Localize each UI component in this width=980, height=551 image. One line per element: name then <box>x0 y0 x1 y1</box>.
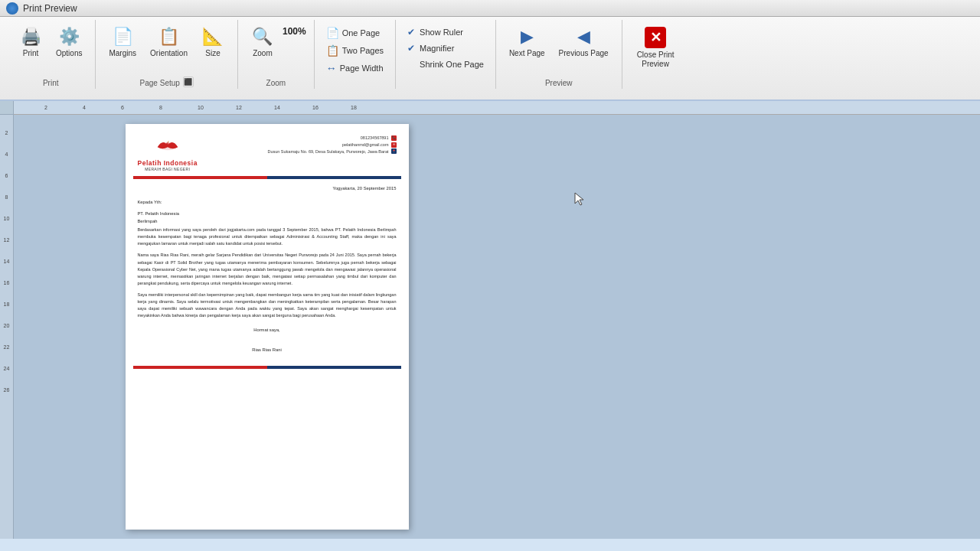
email-row: pelatihanmd@gmail.com ✉ <box>342 142 397 148</box>
letter-date: Yogyakarta, 20 September 2015 <box>138 185 397 193</box>
letter-header: Pelatih Indonesia MERAIH BAGI NEGERI 081… <box>126 124 409 176</box>
zoom-options-col: 📄 One Page 📋 Two Pages ↔️ Page Width <box>322 23 387 87</box>
ruler-row: 2 4 6 8 10 12 14 16 18 <box>0 101 980 115</box>
ribbon-group-zoom-options: 📄 One Page 📋 Two Pages ↔️ Page Width <box>315 20 396 89</box>
phone-number: 081234567891 <box>361 135 389 142</box>
print-icon: 🖨️ <box>21 27 41 47</box>
preview-group-label: Preview <box>545 76 573 87</box>
ribbon: 🖨️ Print ⚙️ Options Print 📄 Margins 📋 Or… <box>0 17 980 101</box>
zoom-group-label: Zoom <box>266 76 286 87</box>
prev-page-icon: ◀ <box>577 27 590 47</box>
email-icon: ✉ <box>391 142 397 148</box>
recipient-label: Kepada Yth: <box>138 199 397 207</box>
next-page-button[interactable]: ▶ Next Page <box>504 23 550 62</box>
logo-text-sub: MERAIH BAGI NEGERI <box>145 167 190 171</box>
ribbon-group-close: ✕ Close PrintPreview <box>622 20 689 89</box>
ribbon-group-print: 🖨️ Print ⚙️ Options Print <box>6 20 96 89</box>
margins-button[interactable]: 📄 Margins <box>103 23 142 62</box>
logo-bird-icon <box>152 135 183 158</box>
zoom-buttons: 🔍 Zoom 100% <box>246 23 306 76</box>
main-area: 2 4 6 8 10 12 14 16 18 2 4 6 8 10 12 14 … <box>0 101 980 539</box>
prev-page-button[interactable]: ◀ Previous Page <box>554 23 614 62</box>
letter-recipient: Kepada Yth: <box>138 199 397 207</box>
letter-closing: Hormat saya, <box>138 327 397 334</box>
ribbon-group-zoom: 🔍 Zoom 100% Zoom <box>238 20 315 89</box>
document-wrapper: Pelatih Indonesia MERAIH BAGI NEGERI 081… <box>14 115 505 539</box>
print-button[interactable]: 🖨️ Print <box>14 23 47 62</box>
show-options-col: ✔ Show Ruler ✔ Magnifier ✔ Shrink One Pa… <box>403 23 488 87</box>
page-width-button[interactable]: ↔️ Page Width <box>322 60 387 77</box>
print-buttons: 🖨️ Print ⚙️ Options <box>14 23 87 76</box>
options-icon: ⚙️ <box>59 27 80 47</box>
content-row: 2 4 6 8 10 12 14 16 18 20 22 24 26 <box>0 115 980 539</box>
svg-point-2 <box>168 143 168 144</box>
page-setup-group-label: Page Setup <box>140 76 180 87</box>
zoom-percent: 100% <box>283 24 306 37</box>
right-area <box>505 115 980 539</box>
logo-text-main: Pelatih Indonesia <box>138 159 198 167</box>
one-page-button[interactable]: 📄 One Page <box>322 24 387 41</box>
ribbon-group-show: ✔ Show Ruler ✔ Magnifier ✔ Shrink One Pa… <box>396 20 496 89</box>
letter-company: PT. Pelatih Indonesia Berlimpah <box>138 210 397 225</box>
show-ruler-checkbox[interactable]: ✔ Show Ruler <box>403 24 488 40</box>
options-button[interactable]: ⚙️ Options <box>51 23 87 62</box>
zoom-icon: 🔍 <box>252 27 273 47</box>
letter-body: Yogyakarta, 20 September 2015 Kepada Yth… <box>126 179 409 361</box>
letter-paragraph-1: Berdasarkan informasi yang saya peroleh … <box>138 227 397 247</box>
vertical-ruler: 2 4 6 8 10 12 14 16 18 20 22 24 26 <box>0 115 14 539</box>
orientation-button[interactable]: 📋 Orientation <box>145 23 193 62</box>
location-icon: 📍 <box>391 148 397 154</box>
email-address: pelatihanmd@gmail.com <box>342 142 389 148</box>
shrink-one-page-checkbox[interactable]: ✔ Shrink One Page <box>403 57 488 72</box>
horizontal-ruler: 2 4 6 8 10 12 14 16 18 <box>14 101 980 115</box>
address-row: Dusun Sukamaju No. 69, Desa Sulakaya, Pu… <box>267 148 396 155</box>
orientation-icon: 📋 <box>158 27 179 47</box>
show-ruler-check-icon: ✔ <box>407 27 415 37</box>
two-pages-icon: 📋 <box>326 44 339 57</box>
page-setup-buttons: 📄 Margins 📋 Orientation 📐 Size <box>103 23 230 76</box>
title-bar-label: Print Preview <box>23 3 77 14</box>
shrink-check-icon: ✔ <box>407 59 415 70</box>
print-group-label: Print <box>43 76 59 87</box>
title-bar: Print Preview <box>0 0 980 17</box>
contact-info: 081234567891 📞 pelatihanmd@gmail.com ✉ D… <box>267 135 396 155</box>
cursor-icon <box>573 191 586 207</box>
preview-buttons: ▶ Next Page ◀ Previous Page <box>504 23 614 76</box>
next-page-icon: ▶ <box>521 27 534 47</box>
ribbon-group-page-setup: 📄 Margins 📋 Orientation 📐 Size Page Setu… <box>96 20 238 89</box>
app-icon <box>6 2 18 15</box>
svg-point-1 <box>166 142 169 145</box>
close-label: Close PrintPreview <box>637 51 675 69</box>
two-pages-button[interactable]: 📋 Two Pages <box>322 42 387 59</box>
size-icon: 📐 <box>202 27 223 47</box>
logo-area: Pelatih Indonesia MERAIH BAGI NEGERI <box>138 135 198 171</box>
footer-divider <box>133 366 401 369</box>
address-text: Dusun Sukamaju No. 69, Desa Sulakaya, Pu… <box>267 148 388 155</box>
letter-paragraph-2: Nama saya Rias Rias Rani, meraih gelar S… <box>138 252 397 286</box>
page-setup-expand[interactable]: ⬛ <box>183 77 194 87</box>
ribbon-group-preview: ▶ Next Page ◀ Previous Page Preview <box>496 20 622 89</box>
zoom-button[interactable]: 🔍 Zoom <box>246 23 279 62</box>
page-width-icon: ↔️ <box>326 62 337 74</box>
letter-signature: Rias Rias Rani <box>138 347 397 354</box>
mouse-cursor <box>573 191 586 207</box>
phone-row: 081234567891 📞 <box>361 135 397 142</box>
one-page-icon: 📄 <box>326 27 339 39</box>
letter-paragraph-3: Saya memiliki interpersonal skill dan ke… <box>138 292 397 319</box>
close-x-icon: ✕ <box>645 27 666 48</box>
close-print-preview-button[interactable]: ✕ Close PrintPreview <box>630 23 681 73</box>
magnifier-check-icon: ✔ <box>407 43 415 54</box>
ruler-corner <box>0 101 14 115</box>
document-page: Pelatih Indonesia MERAIH BAGI NEGERI 081… <box>126 124 409 530</box>
magnifier-checkbox[interactable]: ✔ Magnifier <box>403 41 488 56</box>
size-button[interactable]: 📐 Size <box>196 23 230 62</box>
margins-icon: 📄 <box>113 27 133 47</box>
phone-icon: 📞 <box>391 135 397 141</box>
